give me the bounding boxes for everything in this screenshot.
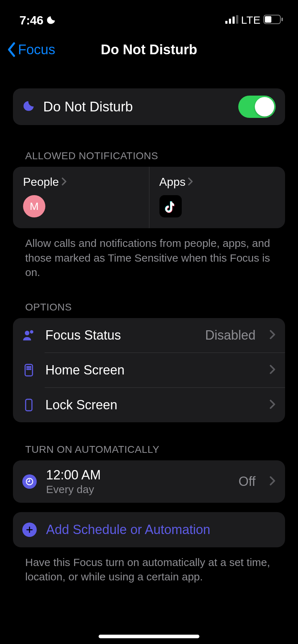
svg-point-13 [27,368,27,369]
schedule-time: 12:00 AM [46,468,229,483]
home-screen-icon [22,363,36,377]
allowed-notifications-card: People M Apps [13,167,285,228]
lock-screen-icon [22,398,36,412]
chevron-right-icon [269,330,276,341]
status-time: 7:46 [19,13,43,27]
back-button[interactable]: Focus [6,42,55,58]
battery-icon [263,15,284,26]
home-screen-row[interactable]: Home Screen [13,353,285,387]
status-bar: 7:46 LTE [0,0,298,32]
allowed-apps-label: Apps [159,175,186,189]
lock-screen-label: Lock Screen [45,397,260,413]
focus-status-value: Disabled [205,328,256,343]
focus-status-icon [22,328,36,342]
allowed-people-button[interactable]: People M [13,167,149,228]
chevron-right-icon [269,399,276,411]
chevron-left-icon [6,42,17,57]
schedule-repeat: Every day [46,483,229,496]
allowed-apps-button[interactable]: Apps [149,167,285,228]
svg-rect-3 [236,15,238,24]
do-not-disturb-toggle[interactable] [238,96,276,118]
svg-point-12 [30,367,31,367]
navigation-bar: Focus Do Not Disturb [0,32,298,68]
svg-rect-1 [229,19,231,24]
toggle-knob [255,97,274,116]
focus-status-label: Focus Status [45,328,196,343]
svg-rect-5 [265,16,271,23]
svg-rect-6 [281,18,283,21]
do-not-disturb-row: Do Not Disturb [13,88,285,125]
do-not-disturb-status-icon [46,15,56,25]
svg-point-14 [28,368,29,369]
plus-icon [22,523,37,537]
network-type: LTE [241,14,261,26]
avatar-initial: M [30,200,39,212]
lock-screen-row[interactable]: Lock Screen [13,388,285,422]
status-left: 7:46 [19,13,56,27]
svg-point-7 [25,331,30,335]
moon-icon [22,100,35,114]
cellular-signal-icon [225,15,238,25]
chevron-right-icon [188,175,193,189]
svg-rect-2 [232,17,235,24]
options-list: Focus Status Disabled Home Screen Lock S… [13,318,285,422]
schedule-state: Off [239,474,256,489]
add-schedule-button[interactable]: Add Schedule or Automation [13,512,285,547]
allowed-people-label: People [23,175,59,189]
svg-point-11 [28,367,29,367]
automation-footer: Have this Focus turn on automatically at… [25,555,273,584]
person-avatar: M [23,195,45,217]
svg-rect-0 [225,21,227,24]
allowed-notifications-footer: Allow calls and notifications from peopl… [25,236,273,280]
chevron-right-icon [269,476,276,487]
home-screen-label: Home Screen [45,363,260,378]
automation-header: TURN ON AUTOMATICALLY [25,444,285,455]
allowed-notifications-header: ALLOWED NOTIFICATIONS [25,150,285,162]
chevron-right-icon [269,364,276,376]
home-indicator[interactable] [99,635,199,638]
status-right: LTE [225,14,284,26]
svg-point-10 [27,367,27,367]
focus-status-row[interactable]: Focus Status Disabled [13,318,285,353]
do-not-disturb-label: Do Not Disturb [43,99,230,115]
svg-point-15 [30,368,31,369]
schedule-row[interactable]: 12:00 AM Every day Off [13,460,285,503]
clock-icon [22,474,37,489]
svg-point-8 [30,330,33,334]
options-header: OPTIONS [25,302,285,313]
tiktok-app-icon [159,195,182,217]
svg-rect-16 [26,399,32,410]
back-label: Focus [18,42,55,58]
add-schedule-label: Add Schedule or Automation [46,522,210,537]
chevron-right-icon [61,175,67,189]
